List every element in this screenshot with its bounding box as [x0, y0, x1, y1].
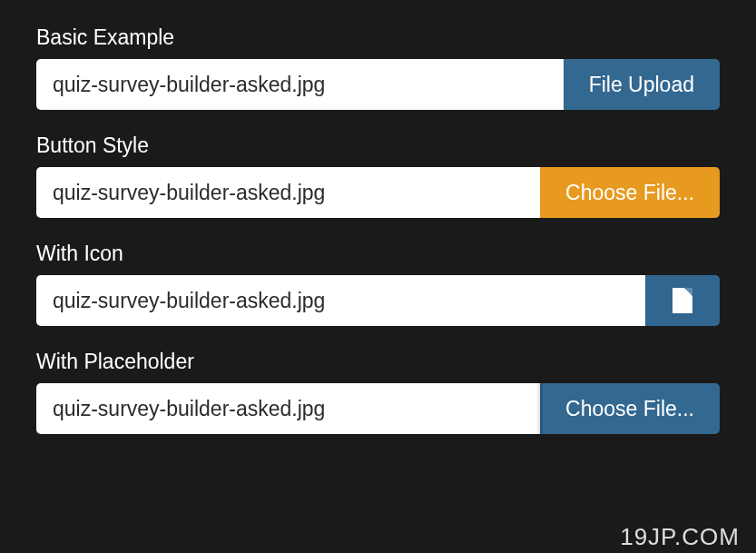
file-name-with-icon[interactable]: quiz-survey-builder-asked.jpg	[36, 275, 645, 326]
file-input-button-style: quiz-survey-builder-asked.jpg Choose Fil…	[36, 167, 720, 218]
file-name-with-placeholder[interactable]: quiz-survey-builder-asked.jpg	[36, 383, 540, 434]
choose-file-button-orange[interactable]: Choose File...	[540, 167, 720, 218]
watermark-text: 19JP.COM	[620, 523, 740, 551]
label-with-placeholder: With Placeholder	[36, 350, 720, 374]
example-basic: Basic Example quiz-survey-builder-asked.…	[36, 25, 720, 110]
file-input-with-icon: quiz-survey-builder-asked.jpg	[36, 275, 720, 326]
file-upload-button[interactable]: File Upload	[564, 59, 720, 110]
file-name-button-style[interactable]: quiz-survey-builder-asked.jpg	[36, 167, 540, 218]
label-basic: Basic Example	[36, 25, 720, 50]
example-with-placeholder: With Placeholder quiz-survey-builder-ask…	[36, 350, 720, 434]
file-input-with-placeholder: quiz-survey-builder-asked.jpg Choose Fil…	[36, 383, 720, 434]
label-button-style: Button Style	[36, 133, 720, 158]
choose-file-icon-button[interactable]	[645, 275, 720, 326]
file-name-basic[interactable]: quiz-survey-builder-asked.jpg	[36, 59, 564, 110]
document-icon	[673, 288, 692, 313]
example-button-style: Button Style quiz-survey-builder-asked.j…	[36, 133, 720, 218]
label-with-icon: With Icon	[36, 242, 720, 266]
file-input-basic: quiz-survey-builder-asked.jpg File Uploa…	[36, 59, 720, 110]
choose-file-button-placeholder[interactable]: Choose File...	[540, 383, 720, 434]
example-with-icon: With Icon quiz-survey-builder-asked.jpg	[36, 242, 720, 326]
